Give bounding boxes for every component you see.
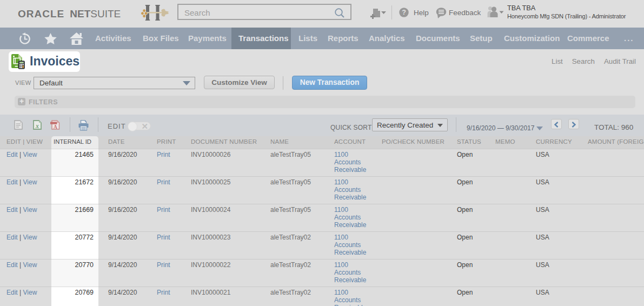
svg-text:x: x — [35, 122, 39, 130]
svg-text:A: A — [54, 124, 57, 130]
svg-text:?: ? — [402, 9, 406, 16]
